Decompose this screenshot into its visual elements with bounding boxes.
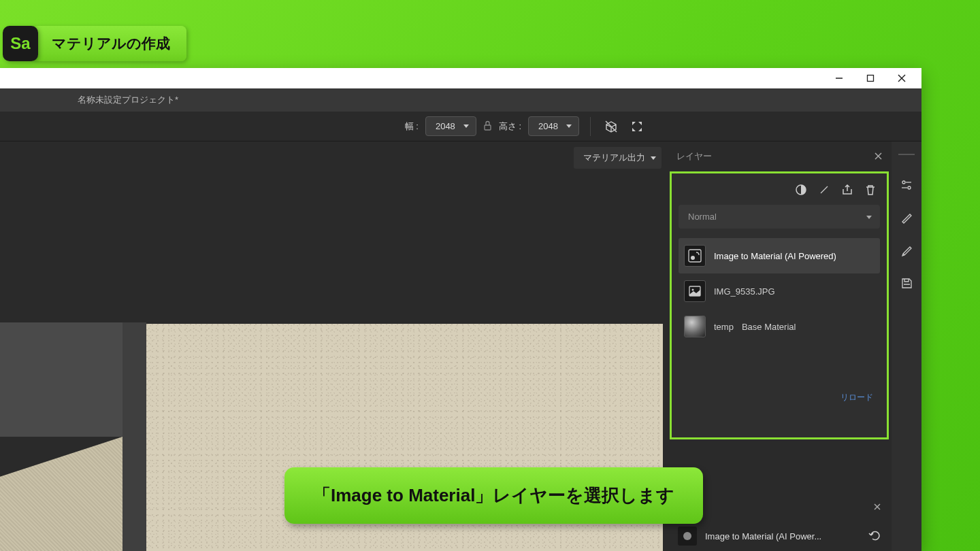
reload-link[interactable]: リロード: [679, 344, 880, 403]
tutorial-caption: 「Image to Material」レイヤーを選択します: [284, 467, 703, 524]
svg-point-14: [692, 289, 694, 291]
top-toolbar: 幅 : 2048 高さ : 2048: [0, 112, 921, 141]
adjustment-icon[interactable]: [817, 183, 831, 197]
svg-line-10: [821, 186, 828, 193]
svg-rect-1: [868, 76, 874, 82]
svg-point-17: [683, 532, 691, 540]
image-thumb-icon: [684, 280, 706, 302]
brush-icon[interactable]: [900, 211, 913, 224]
cube-view-icon[interactable]: [602, 117, 621, 136]
layer-item-image-to-material[interactable]: Image to Material (AI Powered): [679, 238, 880, 273]
blend-mode-select[interactable]: Normal: [679, 205, 880, 229]
close-button[interactable]: [897, 73, 906, 83]
layer-actions: [679, 179, 880, 205]
layer-label: Base Material: [742, 322, 796, 332]
fullscreen-icon[interactable]: [627, 117, 647, 136]
svg-point-18: [902, 181, 905, 184]
ai-layer-thumb-icon: [684, 245, 706, 267]
rail-handle-icon: [898, 154, 915, 155]
maximize-button[interactable]: [866, 73, 875, 83]
layers-header: レイヤー: [667, 141, 892, 171]
properties-thumb-icon: [678, 527, 697, 546]
lock-icon[interactable]: [483, 120, 492, 133]
layers-body-highlighted: Normal Image to Material (AI Powered) IM…: [670, 171, 889, 439]
properties-row: Image to Material (AI Power...: [667, 521, 892, 551]
close-properties-icon[interactable]: [874, 503, 881, 512]
close-panel-icon[interactable]: [875, 152, 882, 162]
undo-icon[interactable]: [868, 530, 881, 543]
width-label: 幅 :: [405, 120, 419, 133]
delete-icon[interactable]: [864, 183, 877, 197]
export-icon[interactable]: [840, 183, 854, 197]
pen-icon[interactable]: [900, 244, 913, 257]
save-icon[interactable]: [900, 276, 913, 290]
svg-rect-11: [689, 250, 701, 262]
layer-label: IMG_9535.JPG: [714, 286, 775, 297]
project-title: 名称未設定プロジェクト*: [78, 94, 178, 106]
right-tool-rail: [892, 141, 921, 551]
project-title-bar: 名称未設定プロジェクト*: [0, 88, 921, 112]
height-label: 高さ :: [499, 120, 521, 133]
tutorial-title: マテリアルの作成: [33, 26, 186, 61]
minimize-button[interactable]: [834, 73, 844, 83]
material-preview-side: [0, 437, 122, 551]
svg-rect-4: [485, 125, 491, 130]
properties-row-label: Image to Material (AI Power...: [705, 531, 860, 541]
svg-point-22: [903, 254, 904, 255]
svg-point-12: [691, 256, 695, 260]
tutorial-badge: Sa マテリアルの作成: [3, 26, 186, 61]
settings-icon[interactable]: [900, 178, 913, 192]
layers-title: レイヤー: [676, 150, 712, 163]
layer-item-image[interactable]: IMG_9535.JPG: [679, 273, 880, 309]
layer-item-base-material[interactable]: temp Base Material: [679, 309, 880, 344]
height-select[interactable]: 2048: [528, 116, 579, 136]
sphere-thumb-icon: [684, 316, 706, 337]
material-output-dropdown[interactable]: マテリアル出力: [574, 147, 662, 169]
layer-label: Image to Material (AI Powered): [714, 251, 836, 261]
svg-point-20: [908, 186, 911, 189]
app-logo-icon: Sa: [3, 26, 38, 61]
width-select[interactable]: 2048: [425, 116, 476, 136]
mask-icon[interactable]: [794, 183, 808, 197]
window-titlebar: [0, 68, 921, 88]
